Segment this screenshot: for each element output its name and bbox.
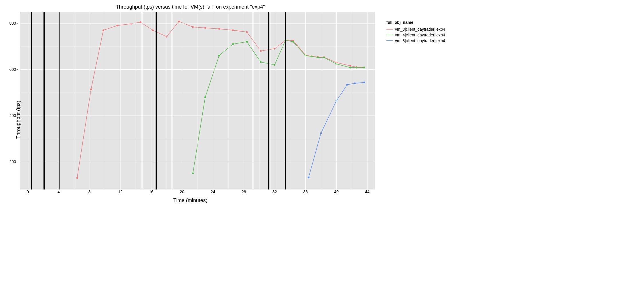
- event-line-dashed: [31, 12, 32, 189]
- data-point: [354, 83, 356, 84]
- x-tick: 44: [365, 189, 370, 194]
- data-point: [260, 61, 262, 63]
- data-point: [152, 29, 154, 31]
- y-axis: 200400600800: [17, 12, 20, 189]
- y-tick: 400: [9, 113, 16, 118]
- data-point: [246, 41, 248, 43]
- data-point: [204, 96, 206, 98]
- data-point: [90, 89, 92, 90]
- legend-item: vm_4|client_daytrader||exp4: [386, 33, 445, 37]
- y-tick: 200: [9, 159, 16, 164]
- data-point: [308, 177, 309, 178]
- data-point: [317, 56, 319, 58]
- x-tick: 0: [27, 189, 29, 194]
- chart-title: Throughput (tps) versus time for VM(s) "…: [6, 4, 375, 10]
- data-point: [218, 55, 220, 56]
- x-tick: 4: [58, 189, 60, 194]
- x-tick: 40: [334, 189, 339, 194]
- event-line: [43, 12, 44, 189]
- data-point: [363, 81, 365, 83]
- data-point: [76, 177, 78, 179]
- data-point: [349, 65, 351, 67]
- x-tick: 12: [118, 189, 123, 194]
- y-tick: 600: [9, 67, 16, 72]
- x-tick: 8: [88, 189, 91, 194]
- data-point: [204, 27, 206, 29]
- plot-panel: Throughput (tps) 048121620242832364044 2…: [20, 12, 375, 189]
- legend-swatch: [386, 35, 393, 35]
- data-point: [140, 21, 141, 23]
- x-tick: 36: [303, 189, 308, 194]
- data-point: [218, 28, 220, 30]
- data-point: [232, 29, 234, 31]
- x-tick: 32: [272, 189, 277, 194]
- legend-item: vm_8|client_daytrader||exp4: [386, 38, 445, 43]
- data-point: [178, 21, 180, 22]
- data-point: [311, 56, 313, 57]
- legend-label: vm_4|client_daytrader||exp4: [395, 33, 445, 37]
- data-point: [292, 41, 294, 43]
- data-point: [363, 67, 365, 69]
- event-line: [285, 12, 286, 189]
- legend-title: full_obj_name: [386, 20, 445, 25]
- data-point: [192, 173, 194, 174]
- x-tick: 16: [149, 189, 153, 194]
- legend-label: vm_8|client_daytrader||exp4: [395, 38, 445, 43]
- event-line: [156, 12, 157, 189]
- data-point: [246, 31, 248, 33]
- x-tick: 24: [211, 189, 215, 194]
- data-point: [346, 84, 348, 85]
- event-line: [44, 12, 45, 189]
- legend-swatch: [386, 29, 393, 30]
- y-tick: 800: [9, 21, 16, 26]
- legend: full_obj_name vm_3|client_daytrader||exp…: [386, 20, 445, 44]
- data-point: [349, 67, 351, 69]
- event-line-dashed: [142, 12, 142, 189]
- data-point: [102, 29, 104, 31]
- event-line: [155, 12, 155, 189]
- data-point: [323, 56, 325, 58]
- legend-item: vm_3|client_daytrader||exp4: [386, 27, 445, 32]
- data-point: [260, 50, 262, 52]
- event-line: [268, 12, 269, 189]
- legend-swatch: [386, 40, 393, 41]
- data-point: [192, 26, 194, 28]
- x-axis: 048121620242832364044: [20, 189, 375, 195]
- data-point: [355, 67, 357, 69]
- data-point: [116, 25, 118, 26]
- event-line-dashed: [253, 12, 253, 189]
- event-line: [59, 12, 60, 189]
- x-tick: 28: [242, 189, 246, 194]
- data-point: [232, 43, 234, 45]
- x-tick: 20: [180, 189, 184, 194]
- event-line: [270, 12, 270, 189]
- event-line: [172, 12, 172, 189]
- x-axis-label: Time (minutes): [6, 198, 375, 204]
- series-line: [193, 40, 364, 173]
- legend-label: vm_3|client_daytrader||exp4: [395, 27, 445, 32]
